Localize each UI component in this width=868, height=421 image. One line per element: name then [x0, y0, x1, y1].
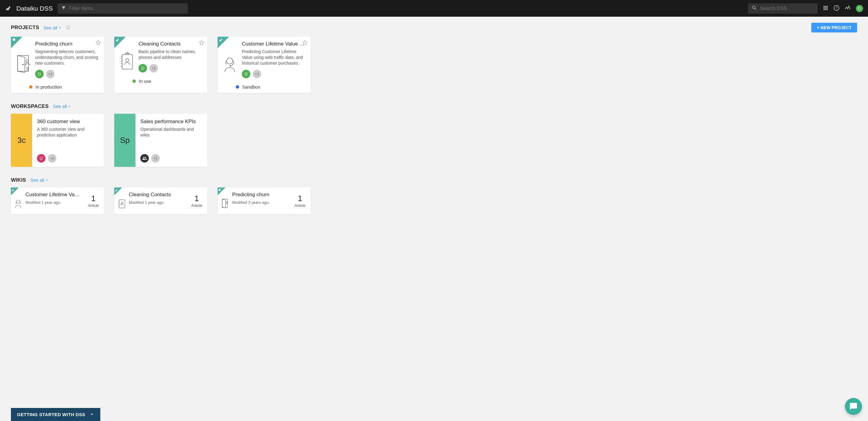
- star-icon[interactable]: [95, 40, 101, 46]
- wiki-count-label: Article: [294, 203, 306, 208]
- user-avatar[interactable]: D: [856, 5, 863, 12]
- search-icon: [752, 5, 757, 11]
- filter-box[interactable]: [58, 3, 188, 13]
- workspace-title: Sales performance KPIs: [140, 119, 203, 125]
- avatar: D: [242, 70, 250, 78]
- wiki-count-label: Article: [88, 203, 99, 208]
- project-card[interactable]: Cleaning Contacts Basic pipeline to clea…: [114, 37, 207, 93]
- svg-point-8: [125, 53, 126, 54]
- wiki-card[interactable]: Cleaning Contacts Modified 1 year ago. 1…: [114, 188, 207, 214]
- projects-section-head: PROJECTS See all + NEW PROJECT: [11, 23, 857, 32]
- workspace-title: 360 customer view: [37, 119, 99, 125]
- filter-input[interactable]: [69, 6, 184, 11]
- projects-see-all[interactable]: See all: [43, 25, 62, 30]
- wikis-section-head: WIKIS See all: [11, 177, 857, 183]
- avatar-more: +1: [151, 154, 160, 163]
- project-desc: Segmenting telecom customers, understand…: [35, 49, 99, 66]
- workspace-card[interactable]: Sp Sales performance KPIs Operational da…: [114, 114, 207, 167]
- status-dot-icon: [132, 80, 136, 83]
- filter-icon: [61, 5, 66, 11]
- project-status: In production: [35, 84, 62, 89]
- wiki-title: Predicting churn: [232, 192, 290, 198]
- apps-icon[interactable]: [823, 5, 829, 12]
- svg-rect-5: [122, 55, 132, 69]
- workspace-tile: 3c: [11, 114, 32, 167]
- star-icon[interactable]: [199, 40, 204, 46]
- bird-icon: [11, 188, 14, 193]
- search-input[interactable]: [760, 6, 821, 11]
- svg-point-12: [17, 200, 20, 203]
- activity-icon[interactable]: [844, 4, 851, 12]
- projects-row: Predicting churn Segmenting telecom cust…: [11, 37, 857, 93]
- status-dot-icon: [236, 85, 239, 89]
- status-dot-icon: [29, 85, 32, 89]
- avatar-more: +1: [253, 70, 261, 78]
- workspace-card[interactable]: 3c 360 customer view A 360 customer view…: [11, 114, 104, 167]
- svg-rect-15: [222, 199, 227, 207]
- svg-point-11: [230, 65, 231, 66]
- wiki-title: Cleaning Contacts: [129, 192, 187, 198]
- workspaces-row: 3c 360 customer view A 360 customer view…: [11, 114, 857, 167]
- svg-point-14: [121, 202, 123, 204]
- wiki-modified: Modified 1 year ago.: [26, 200, 83, 205]
- new-project-button[interactable]: + NEW PROJECT: [811, 23, 857, 32]
- workspace-tile: Sp: [114, 114, 135, 167]
- topbar: Dataiku DSS ? D: [0, 0, 868, 17]
- avatar-more: +1: [149, 64, 158, 73]
- wiki-title: Customer Lifetime Va…: [26, 192, 83, 198]
- workspaces-title: WORKSPACES: [11, 104, 49, 110]
- grad-cap-icon: [218, 188, 221, 193]
- avatar-more: +1: [48, 154, 56, 163]
- group-avatar-icon: [140, 154, 149, 163]
- wikis-row: Customer Lifetime Va… Modified 1 year ag…: [11, 188, 857, 214]
- help-icon[interactable]: ?: [833, 5, 839, 12]
- project-title: Predicting churn: [35, 41, 99, 47]
- projects-title: PROJECTS: [11, 25, 39, 31]
- wiki-card[interactable]: Predicting churn Modified 3 years ago. 1…: [218, 188, 311, 214]
- wiki-modified: Modified 3 years ago.: [232, 200, 290, 205]
- workspace-desc: A 360 customer view and prediction appli…: [37, 127, 99, 151]
- svg-point-4: [26, 60, 29, 62]
- project-card[interactable]: Predicting churn Segmenting telecom cust…: [11, 37, 104, 93]
- svg-point-10: [227, 58, 233, 64]
- search-box[interactable]: [748, 3, 818, 13]
- wikis-title: WIKIS: [11, 177, 26, 183]
- project-status: Sandbox: [242, 84, 260, 89]
- workspaces-section-head: WORKSPACES See all: [11, 104, 857, 110]
- wiki-modified: Modified 1 year ago.: [129, 200, 187, 205]
- avatar: D: [35, 70, 44, 78]
- avatar-more: +1: [46, 70, 55, 78]
- svg-point-16: [226, 201, 228, 203]
- project-title: Customer Lifetime Value …: [242, 41, 306, 47]
- app-title: Dataiku DSS: [17, 5, 53, 12]
- wikis-see-all[interactable]: See all: [30, 177, 49, 183]
- workspaces-see-all[interactable]: See all: [53, 104, 71, 109]
- workspace-desc: Operational dashboards and wikis: [140, 127, 203, 151]
- svg-point-9: [129, 53, 129, 54]
- svg-point-7: [127, 53, 128, 53]
- project-title: Cleaning Contacts: [138, 41, 203, 47]
- project-card[interactable]: Customer Lifetime Value … Predicting Cus…: [218, 37, 311, 93]
- grad-cap-icon: [12, 37, 16, 43]
- bird-icon: [115, 37, 119, 43]
- wiki-card[interactable]: Customer Lifetime Va… Modified 1 year ag…: [11, 188, 104, 214]
- star-icon[interactable]: [302, 40, 308, 46]
- wiki-count: 1: [298, 194, 302, 203]
- svg-text:?: ?: [836, 6, 838, 10]
- logo-bird-icon[interactable]: [5, 4, 11, 12]
- project-desc: Basic pipeline to clean names, phones an…: [138, 49, 203, 60]
- wiki-count: 1: [194, 194, 199, 203]
- bird-icon: [218, 37, 223, 43]
- avatar: U: [37, 154, 45, 163]
- wiki-count-label: Article: [191, 203, 202, 208]
- project-desc: Predicting Customer Lifetime Value using…: [242, 49, 306, 66]
- svg-point-6: [126, 59, 129, 62]
- avatar: D: [138, 64, 147, 73]
- project-status: In use: [139, 79, 151, 84]
- star-section-icon[interactable]: [66, 25, 71, 31]
- wiki-count: 1: [91, 194, 95, 203]
- bird-icon: [115, 188, 118, 193]
- svg-point-3: [23, 64, 24, 65]
